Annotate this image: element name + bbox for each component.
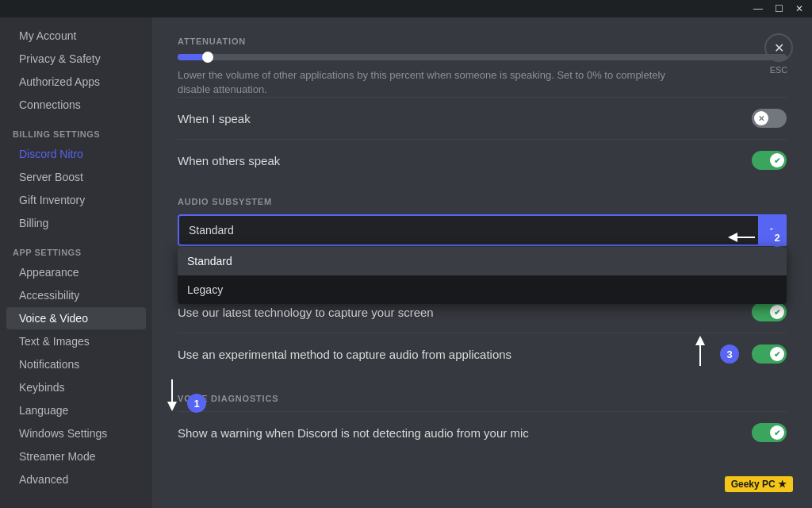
close-button[interactable]: ✕ [793,2,806,15]
sidebar-item-connections[interactable]: Connections [6,94,146,116]
audio-subsystem-dropdown-container: Standard ▾ Standard Legacy [178,214,787,246]
sidebar-item-windows-settings[interactable]: Windows Settings [6,422,146,444]
sidebar-item-authorized-apps[interactable]: Authorized Apps [6,71,146,93]
sidebar-item-notifications[interactable]: Notifications [6,353,146,375]
capture-screen-toggle-icon: ✔ [774,308,780,317]
when-i-speak-toggle[interactable]: ✕ [752,109,787,128]
billing-section-label: BILLING SETTINGS [0,117,152,142]
dropdown-selected-value: Standard [189,224,234,237]
sidebar-item-server-boost[interactable]: Server Boost [6,166,146,188]
capture-audio-toggle[interactable]: ✔ [752,344,787,364]
sidebar-item-advanced[interactable]: Advanced [6,468,146,491]
capture-screen-label: Use our latest technology to capture you… [178,306,434,319]
when-others-speak-toggle-knob: ✔ [770,153,784,167]
when-i-speak-toggle-knob: ✕ [754,111,768,125]
annotation-2-arrow-svg [723,228,763,247]
audio-subsystem-title: AUDIO SUBSYSTEM [178,197,787,206]
audio-subsystem-dropdown[interactable]: Standard ▾ [178,214,787,246]
main-content: ✕ ESC ATTENUATION Lower the volume of ot… [152,17,812,508]
sidebar-item-voice-video[interactable]: Voice & Video [6,307,146,329]
voice-diag-row: Show a warning when Discord is not detec… [178,411,787,453]
attenuation-slider-container[interactable] [178,54,787,60]
sidebar-item-language[interactable]: Language [6,399,146,421]
annotation-3-container: 3 [680,334,739,374]
title-bar: — ☐ ✕ [0,0,812,17]
annotation-2-circle: 2 [768,228,787,247]
sidebar-item-keybinds[interactable]: Keybinds [6,376,146,398]
voice-diag-toggle-knob: ✔ [770,425,784,440]
dropdown-option-legacy[interactable]: Legacy [178,275,787,304]
attenuation-slider-track[interactable] [178,54,787,60]
sidebar-item-gift-inventory[interactable]: Gift Inventory [6,189,146,211]
sidebar-item-accessibility[interactable]: Accessibility [6,284,146,306]
capture-audio-toggle-knob: ✔ [770,347,784,361]
minimize-button[interactable]: — [752,2,764,15]
when-i-speak-row: When I speak ✕ [178,97,787,139]
when-i-speak-toggle-icon: ✕ [758,114,764,123]
sidebar-item-text-images[interactable]: Text & Images [6,330,146,352]
when-others-speak-toggle[interactable]: ✔ [752,151,787,170]
voice-diag-title: VOICE DIAGNOSTICS [178,394,787,403]
dropdown-option-standard[interactable]: Standard [178,247,787,275]
voice-diag-toggle[interactable]: ✔ [752,423,787,442]
sidebar-item-appearance[interactable]: Appearance [6,261,146,283]
when-others-speak-row: When others speak ✔ [178,139,787,181]
attenuation-slider-thumb[interactable] [202,52,213,63]
annotation-1-arrow-svg [160,373,184,413]
voice-diag-label: Show a warning when Discord is not detec… [178,426,529,440]
when-others-speak-toggle-icon: ✔ [774,156,780,165]
when-i-speak-label: When I speak [178,112,251,125]
voice-diag-toggle-icon: ✔ [774,429,780,437]
sidebar-item-streamer-mode[interactable]: Streamer Mode [6,445,146,468]
audio-subsystem-dropdown-menu: Standard Legacy [178,247,787,304]
sidebar: My Account Privacy & Safety Authorized A… [0,17,152,508]
sidebar-item-discord-nitro[interactable]: Discord Nitro [6,143,146,165]
attenuation-desc: Lower the volume of other applications b… [178,68,685,97]
voice-diag-section: VOICE DIAGNOSTICS Show a warning when Di… [178,394,787,453]
sidebar-item-privacy-safety[interactable]: Privacy & Safety [6,48,146,70]
annotation-2-container: 2 [723,228,787,247]
app-content: My Account Privacy & Safety Authorized A… [0,17,812,508]
watermark: Geeky PC ★ [725,476,793,492]
capture-screen-toggle[interactable]: ✔ [752,302,787,321]
capture-audio-label: Use an experimental method to capture au… [178,348,511,361]
attenuation-title: ATTENUATION [178,37,787,46]
annotation-3-arrow-svg [680,334,720,374]
sidebar-item-billing[interactable]: Billing [6,212,146,234]
capture-screen-toggle-knob: ✔ [770,305,784,319]
app-section-label: APP SETTINGS [0,235,152,260]
maximize-button[interactable]: ☐ [772,2,785,15]
sidebar-item-my-account[interactable]: My Account [6,25,146,47]
annotation-3-circle: 3 [720,344,739,364]
esc-label: ESC [770,65,788,75]
annotation-1-container: 1 [160,373,206,413]
audio-subsystem-section: AUDIO SUBSYSTEM Standard ▾ Standard Lega… [178,197,787,246]
capture-audio-row: Use an experimental method to capture au… [178,333,787,375]
capture-audio-toggle-icon: ✔ [774,350,780,359]
annotation-1-circle: 1 [187,394,206,413]
when-others-speak-label: When others speak [178,154,280,167]
